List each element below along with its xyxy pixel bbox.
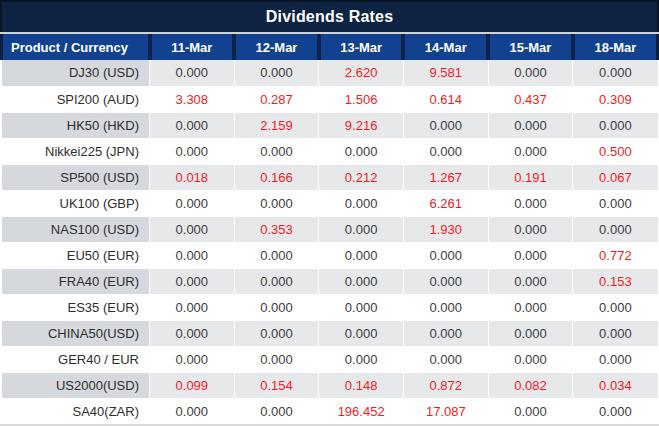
dividend-value-cell: 0.000 [150,398,235,424]
product-cell: GER40 / EUR [2,346,150,372]
dividend-value-cell: 0.000 [488,216,573,242]
table-row: US2000(USD)0.0990.1540.1480.8720.0820.03… [2,372,658,398]
dividend-value-cell: 0.772 [573,242,658,268]
table-row: EU50 (EUR)0.0000.0000.0000.0000.0000.772 [2,242,658,268]
dividend-value-cell: 0.614 [403,86,488,112]
dividend-value-cell: 0.000 [573,398,658,424]
dividend-value-cell: 9.581 [403,60,488,86]
dividend-value-cell: 0.000 [488,242,573,268]
product-cell: EU50 (EUR) [2,242,150,268]
dividend-value-cell: 0.000 [573,216,658,242]
product-cell: ES35 (EUR) [2,294,150,320]
dividend-value-cell: 0.154 [234,372,319,398]
dividend-value-cell: 0.000 [488,346,573,372]
dividend-value-cell: 0.099 [150,372,235,398]
dividend-value-cell: 9.216 [319,112,404,138]
dividend-value-cell: 0.153 [573,268,658,294]
dividend-value-cell: 0.082 [488,372,573,398]
table-row: SP500 (USD)0.0180.1660.2121.2670.1910.06… [2,164,658,190]
dividend-value-cell: 1.267 [403,164,488,190]
product-cell: DJ30 (USD) [2,60,150,86]
dividend-value-cell: 0.000 [319,268,404,294]
dividend-value-cell: 6.261 [403,190,488,216]
dividends-rates-table: Dividends Rates Product / Currency 11-Ma… [0,0,659,426]
dividend-value-cell: 0.000 [403,112,488,138]
dividend-value-cell: 0.500 [573,138,658,164]
dividend-value-cell: 0.353 [234,216,319,242]
product-cell: SPI200 (AUD) [2,86,150,112]
dividend-value-cell: 0.148 [319,372,404,398]
dividend-value-cell: 0.000 [234,242,319,268]
dividend-value-cell: 1.930 [403,216,488,242]
dividend-value-cell: 0.000 [234,60,319,86]
table-row: CHINA50(USD)0.0000.0000.0000.0000.0000.0… [2,320,658,346]
dividend-value-cell: 0.000 [150,320,235,346]
product-cell: FRA40 (EUR) [2,268,150,294]
table-row: NAS100 (USD)0.0000.3530.0001.9300.0000.0… [2,216,658,242]
dividend-value-cell: 0.000 [234,398,319,424]
table-row: DJ30 (USD)0.0000.0002.6209.5810.0000.000 [2,60,658,86]
table-row: HK50 (HKD)0.0002.1599.2160.0000.0000.000 [2,112,658,138]
dividend-value-cell: 0.000 [150,242,235,268]
dividend-value-cell: 0.000 [150,60,235,86]
dividend-value-cell: 0.166 [234,164,319,190]
table-row: GER40 / EUR0.0000.0000.0000.0000.0000.00… [2,346,658,372]
column-header-date: 14-Mar [403,34,488,60]
dividend-value-cell: 0.000 [403,294,488,320]
dividend-value-cell: 0.000 [488,320,573,346]
dividend-value-cell: 0.000 [150,268,235,294]
dividend-value-cell: 0.000 [573,320,658,346]
table-row: FRA40 (EUR)0.0000.0000.0000.0000.0000.15… [2,268,658,294]
dividend-value-cell: 0.000 [150,346,235,372]
dividend-value-cell: 0.000 [319,138,404,164]
product-cell: UK100 (GBP) [2,190,150,216]
dividend-value-cell: 2.159 [234,112,319,138]
dividend-value-cell: 0.000 [403,268,488,294]
product-cell: NAS100 (USD) [2,216,150,242]
dividend-value-cell: 0.000 [234,320,319,346]
dividend-value-cell: 2.620 [319,60,404,86]
dividend-value-cell: 0.191 [488,164,573,190]
table-row: SPI200 (AUD)3.3080.2871.5060.6140.4370.3… [2,86,658,112]
dividend-value-cell: 0.000 [234,346,319,372]
dividend-value-cell: 0.000 [319,346,404,372]
dividend-value-cell: 0.000 [488,398,573,424]
product-cell: SA40(ZAR) [2,398,150,424]
dividend-value-cell: 0.000 [403,242,488,268]
dividend-value-cell: 0.000 [150,112,235,138]
dividend-value-cell: 0.000 [319,242,404,268]
dividend-value-cell: 3.308 [150,86,235,112]
table-title-bar: Dividends Rates [0,0,659,32]
column-header-date: 18-Mar [573,34,658,60]
dividend-value-cell: 0.872 [403,372,488,398]
dividend-value-cell: 196.452 [319,398,404,424]
table-row: UK100 (GBP)0.0000.0000.0006.2610.0000.00… [2,190,658,216]
dividend-value-cell: 0.000 [234,190,319,216]
dividend-value-cell: 0.000 [573,60,658,86]
dividend-value-cell: 0.034 [573,372,658,398]
product-cell: Nikkei225 (JPN) [2,138,150,164]
dividend-value-cell: 0.000 [234,268,319,294]
dividend-value-cell: 0.000 [573,190,658,216]
dividend-value-cell: 0.000 [573,112,658,138]
dividend-value-cell: 0.212 [319,164,404,190]
dividend-value-cell: 0.000 [488,190,573,216]
dividend-value-cell: 0.000 [488,294,573,320]
dividend-value-cell: 0.000 [234,294,319,320]
dividend-value-cell: 0.000 [150,190,235,216]
product-cell: HK50 (HKD) [2,112,150,138]
dividend-value-cell: 0.000 [488,60,573,86]
dividend-value-cell: 0.000 [573,294,658,320]
dividend-value-cell: 0.000 [488,112,573,138]
table-title: Dividends Rates [266,8,393,26]
product-cell: US2000(USD) [2,372,150,398]
dividend-value-cell: 0.000 [403,346,488,372]
column-header-product-currency: Product / Currency [2,34,150,60]
dividend-value-cell: 0.000 [150,294,235,320]
table-row: Nikkei225 (JPN)0.0000.0000.0000.0000.000… [2,138,658,164]
column-header-date: 12-Mar [234,34,319,60]
dividend-value-cell: 0.000 [150,216,235,242]
column-header-date: 15-Mar [488,34,573,60]
product-cell: SP500 (USD) [2,164,150,190]
dividend-value-cell: 0.000 [319,320,404,346]
